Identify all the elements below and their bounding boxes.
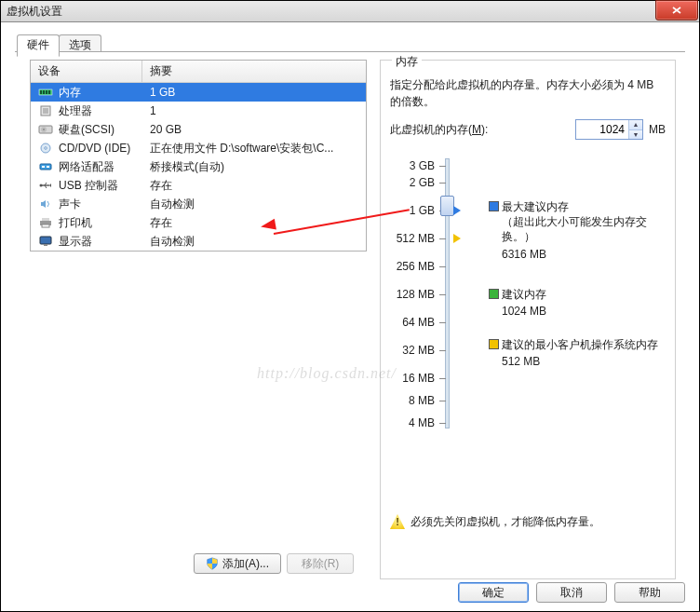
device-name: CD/DVD (IDE) bbox=[59, 142, 130, 155]
legend-min-value: 512 MB bbox=[502, 354, 666, 369]
device-cell: 网络适配器 bbox=[31, 159, 142, 175]
device-cell: CD/DVD (IDE) bbox=[31, 142, 142, 155]
tab-options-label: 选项 bbox=[69, 38, 91, 51]
device-name: 显示器 bbox=[59, 234, 92, 250]
device-cell: 内存 bbox=[31, 85, 142, 101]
net-icon bbox=[38, 161, 53, 172]
legend-min-title: 建议的最小客户机操作系统内存 bbox=[502, 337, 666, 352]
memory-input-row: 此虚拟机的内存(M): ▲ ▼ MB bbox=[390, 119, 666, 140]
marker-rec-square-icon bbox=[489, 289, 499, 299]
slider-tick bbox=[439, 238, 446, 239]
svg-rect-17 bbox=[42, 218, 49, 221]
memory-unit: MB bbox=[649, 123, 666, 136]
tab-hardware-label: 硬件 bbox=[27, 38, 49, 51]
device-button-row: 添加(A)... 移除(R) bbox=[194, 553, 354, 574]
device-row-sound[interactable]: 声卡自动检测 bbox=[31, 195, 366, 213]
slider-thumb[interactable] bbox=[440, 196, 454, 216]
hdd-icon bbox=[38, 124, 53, 135]
slider-tick-label: 4 MB bbox=[390, 416, 435, 429]
device-summary: 桥接模式(自动) bbox=[142, 159, 366, 175]
tab-hardware[interactable]: 硬件 bbox=[17, 34, 60, 57]
device-row-cddvd[interactable]: CD/DVD (IDE)正在使用文件 D:\software\安装包\C... bbox=[31, 139, 366, 157]
device-row-cpu[interactable]: 处理器1 bbox=[31, 102, 366, 120]
remove-button-label: 移除(R) bbox=[302, 556, 340, 572]
legend-max-value: 6316 MB bbox=[502, 247, 666, 262]
legend-max-note: （超出此大小可能发生内存交换。） bbox=[502, 214, 666, 244]
tab-panel-hardware: 设备 摘要 内存1 GB处理器1硬盘(SCSI)20 GBCD/DVD (IDE… bbox=[15, 51, 685, 585]
marker-max-arrow-icon bbox=[453, 206, 461, 215]
memory-pane: 内存 指定分配给此虚拟机的内存量。内存大小必须为 4 MB 的倍数。 此虚拟机的… bbox=[380, 60, 676, 579]
device-row-usb[interactable]: USB 控制器存在 bbox=[31, 176, 366, 195]
col-summary-header[interactable]: 摘要 bbox=[142, 61, 366, 82]
slider-tick bbox=[439, 378, 446, 379]
legend-rec-value: 1024 MB bbox=[502, 304, 666, 319]
device-summary: 20 GB bbox=[142, 123, 366, 136]
slider-tick-label: 3 GB bbox=[390, 159, 435, 172]
svg-rect-13 bbox=[42, 166, 45, 168]
svg-rect-18 bbox=[42, 224, 49, 227]
add-button-label: 添加(A)... bbox=[222, 556, 269, 572]
device-grid-body: 内存1 GB处理器1硬盘(SCSI)20 GBCD/DVD (IDE)正在使用文… bbox=[31, 83, 366, 251]
cancel-button[interactable]: 取消 bbox=[536, 582, 607, 603]
legend-rec: 建议内存1024 MB bbox=[502, 287, 666, 319]
device-name: 处理器 bbox=[59, 103, 92, 119]
col-device-header[interactable]: 设备 bbox=[31, 61, 142, 82]
device-name: 内存 bbox=[59, 85, 81, 101]
memory-spinner[interactable]: ▲ ▼ bbox=[575, 119, 643, 140]
cpu-icon bbox=[38, 105, 53, 116]
printer-icon bbox=[38, 217, 53, 228]
ok-button[interactable]: 确定 bbox=[458, 582, 529, 603]
device-row-display[interactable]: 显示器自动检测 bbox=[31, 232, 366, 251]
help-button[interactable]: 帮助 bbox=[614, 582, 685, 603]
shield-icon bbox=[206, 557, 219, 570]
memory-warning-text: 必须先关闭虚拟机，才能降低内存量。 bbox=[411, 514, 600, 530]
remove-button: 移除(R) bbox=[287, 553, 354, 574]
slider-tick bbox=[439, 350, 446, 351]
help-button-label: 帮助 bbox=[639, 585, 661, 601]
spinner-down[interactable]: ▼ bbox=[629, 130, 642, 140]
titlebar[interactable]: 虚拟机设置 bbox=[1, 1, 699, 22]
device-summary: 1 GB bbox=[142, 86, 366, 99]
close-button[interactable] bbox=[655, 0, 698, 20]
device-row-printer[interactable]: 打印机存在 bbox=[31, 213, 366, 232]
slider-tick-label: 32 MB bbox=[390, 344, 435, 357]
cancel-button-label: 取消 bbox=[560, 585, 583, 601]
slider-tick-label: 512 MB bbox=[390, 232, 435, 245]
marker-rec-arrow-icon bbox=[453, 234, 461, 243]
slider-tick bbox=[439, 266, 446, 267]
slider-tick-label: 256 MB bbox=[390, 260, 435, 273]
memory-input-label: 此虚拟机的内存(M): bbox=[390, 122, 488, 138]
memory-input[interactable] bbox=[576, 120, 628, 139]
add-button[interactable]: 添加(A)... bbox=[194, 553, 281, 574]
svg-rect-1 bbox=[40, 90, 42, 94]
device-row-net[interactable]: 网络适配器桥接模式(自动) bbox=[31, 157, 366, 176]
svg-rect-14 bbox=[47, 166, 49, 168]
slider-tick bbox=[439, 423, 446, 424]
device-cell: USB 控制器 bbox=[31, 178, 142, 194]
svg-rect-20 bbox=[44, 244, 47, 246]
svg-rect-6 bbox=[43, 108, 48, 114]
memory-description: 指定分配给此虚拟机的内存量。内存大小必须为 4 MB 的倍数。 bbox=[390, 76, 666, 110]
legend-max-title: 最大建议内存 bbox=[502, 199, 666, 214]
device-summary: 自动检测 bbox=[142, 197, 366, 212]
device-summary: 正在使用文件 D:\software\安装包\C... bbox=[142, 141, 366, 156]
slider-tick bbox=[439, 166, 446, 167]
spinner-up[interactable]: ▲ bbox=[629, 120, 642, 130]
device-row-hdd[interactable]: 硬盘(SCSI)20 GB bbox=[31, 120, 366, 139]
memory-warning: 必须先关闭虚拟机，才能降低内存量。 bbox=[390, 514, 666, 530]
device-summary: 存在 bbox=[142, 215, 366, 231]
dialog-window: 虚拟机设置 硬件 选项 设备 摘要 内 bbox=[0, 0, 700, 612]
slider-tick-label: 128 MB bbox=[390, 288, 435, 301]
slider-tick bbox=[439, 183, 446, 184]
device-name: 硬盘(SCSI) bbox=[59, 122, 114, 138]
device-grid[interactable]: 设备 摘要 内存1 GB处理器1硬盘(SCSI)20 GBCD/DVD (IDE… bbox=[30, 60, 367, 252]
legend-min: 建议的最小客户机操作系统内存512 MB bbox=[502, 337, 666, 369]
slider-tick bbox=[439, 401, 446, 401]
slider-tick-label: 8 MB bbox=[390, 394, 435, 407]
slider-tick bbox=[439, 294, 446, 295]
device-row-memory[interactable]: 内存1 GB bbox=[31, 83, 366, 102]
svg-point-15 bbox=[40, 184, 43, 187]
memory-slider[interactable]: 3 GB2 GB1 GB512 MB256 MB128 MB64 MB32 MB… bbox=[390, 153, 666, 432]
client-area: 硬件 选项 设备 摘要 内存1 GB处理器1硬盘(SCSI)20 GBCD/DV… bbox=[2, 22, 698, 610]
slider-tick-label: 64 MB bbox=[390, 316, 435, 329]
